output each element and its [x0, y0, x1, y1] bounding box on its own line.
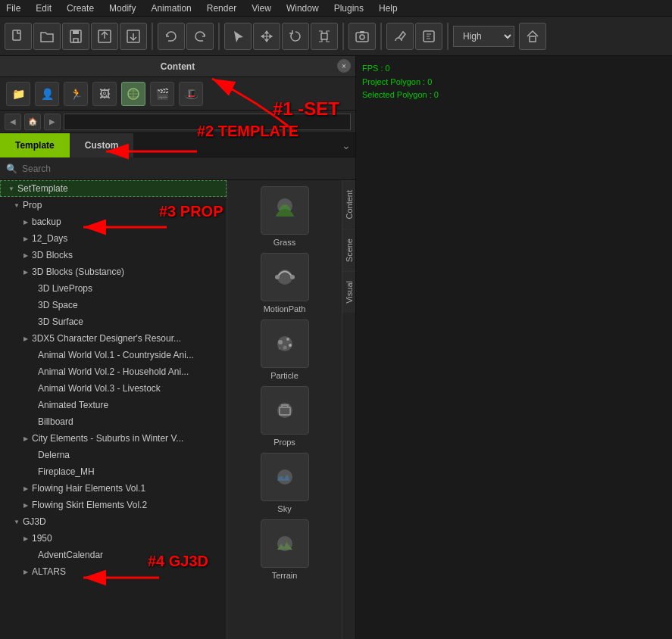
tree-item-flowing-hair[interactable]: ▶ Flowing Hair Elements Vol.1	[0, 480, 227, 497]
tree-item-prop[interactable]: ▼ Prop	[0, 197, 227, 214]
tab-custom[interactable]: Custom	[70, 133, 134, 157]
tree-arrow-9: ▶	[21, 334, 30, 343]
tree-item-animal3[interactable]: Animal World Vol.3 - Livestock	[0, 380, 227, 397]
content-header: Content ×	[0, 56, 355, 77]
scale-button[interactable]	[311, 23, 338, 50]
tree-item-animal1[interactable]: Animal World Vol.1 - Countryside Ani...	[0, 347, 227, 363]
tree-item-12days[interactable]: ▶ 12_Days	[0, 230, 227, 247]
props-label: Props	[273, 438, 295, 447]
grid-item-sky[interactable]: Sky	[261, 453, 309, 513]
grid-item-props[interactable]: Props	[261, 386, 309, 447]
selected-label: Selected Polygon : 0	[362, 89, 439, 102]
import-button[interactable]	[120, 23, 147, 50]
tree-label-2: backup	[32, 217, 61, 227]
tree-item-3dliveprops[interactable]: 3D LiveProps	[0, 280, 227, 297]
menu-plugins[interactable]: Plugins	[331, 2, 367, 15]
content-image-btn[interactable]: 🖼	[92, 82, 117, 106]
redo-button[interactable]	[186, 23, 214, 50]
tab-expand-icon[interactable]: ⌄	[342, 139, 351, 151]
tree-arrow-6	[27, 284, 36, 293]
menu-window[interactable]: Window	[283, 2, 322, 15]
menu-create[interactable]: Create	[64, 2, 97, 15]
menu-view[interactable]: View	[248, 2, 274, 15]
tree-item-flowing-skirt[interactable]: ▶ Flowing Skirt Elements Vol.2	[0, 497, 227, 513]
nav-forward-button[interactable]: ▶	[44, 114, 61, 130]
separator-5	[447, 23, 449, 50]
tree-item-fireplace[interactable]: Fireplace_MH	[0, 463, 227, 480]
undo-button[interactable]	[158, 23, 185, 50]
menu-animation[interactable]: Animation	[148, 2, 194, 15]
tree-item-animated-texture[interactable]: Animated Texture	[0, 397, 227, 413]
polygon-label: Project Polygon : 0	[362, 76, 439, 89]
rotate-button[interactable]	[282, 23, 309, 50]
tree-arrow-15: ▶	[21, 434, 30, 443]
content-folder-btn[interactable]: 📁	[6, 82, 30, 106]
menu-file[interactable]: File	[3, 2, 23, 15]
tree-item-delerna[interactable]: Delerna	[0, 447, 227, 463]
search-input[interactable]	[22, 164, 349, 174]
content-person-btn[interactable]: 👤	[35, 82, 59, 106]
tree-label-22: AdventCalendar	[38, 550, 103, 560]
tree-item-3dblocks[interactable]: ▶ 3D Blocks	[0, 247, 227, 263]
tree-item-gj3d[interactable]: ▼ GJ3D	[0, 513, 227, 530]
grid-item-terrain[interactable]: Terrain	[261, 519, 309, 580]
tree-arrow-17	[27, 467, 36, 476]
menu-render[interactable]: Render	[204, 2, 239, 15]
move-button[interactable]	[253, 23, 280, 50]
tree-prop-label: Prop	[23, 200, 42, 210]
tree-item-advent[interactable]: AdventCalendar	[0, 547, 227, 563]
content-movie-btn[interactable]: 🎬	[150, 82, 174, 106]
tree-label-7: 3D Space	[38, 300, 78, 310]
camera-button[interactable]	[349, 23, 376, 50]
tree-label-12: Animal World Vol.3 - Livestock	[38, 383, 161, 394]
tab-scene[interactable]: Scene	[342, 229, 355, 271]
tree-item-animal2[interactable]: Animal World Vol.2 - Household Ani...	[0, 363, 227, 380]
home-button[interactable]	[519, 23, 546, 50]
tree-gj3d-arrow: ▼	[12, 517, 21, 526]
tree-root-label: SetTemplate	[17, 183, 68, 194]
grid-item-motionpath[interactable]: MotionPath	[261, 253, 309, 313]
export-button[interactable]	[91, 23, 118, 50]
tab-visual[interactable]: Visual	[342, 271, 355, 313]
menu-modify[interactable]: Modify	[106, 2, 139, 15]
right-tabs: Content Scene Visual	[342, 180, 355, 639]
tree-label-3: 12_Days	[32, 233, 67, 244]
select-button[interactable]	[224, 23, 252, 50]
tree-root-arrow: ▼	[7, 184, 16, 193]
grid-item-grass[interactable]: Grass	[261, 186, 309, 247]
tree-root[interactable]: ▼ SetTemplate	[0, 180, 227, 197]
tree-arrow-18: ▶	[21, 484, 30, 493]
nav-back-button[interactable]: ◀	[5, 114, 21, 130]
tree-arrow-16	[27, 450, 36, 460]
tree-arrow-7	[27, 301, 36, 310]
tree-item-3dblocks-sub[interactable]: ▶ 3D Blocks (Substance)	[0, 263, 227, 280]
menu-help[interactable]: Help	[376, 2, 401, 15]
new-button[interactable]	[5, 23, 32, 50]
tree-item-3dsurface[interactable]: 3D Surface	[0, 313, 227, 330]
tree-arrow-13	[27, 401, 36, 410]
open-button[interactable]	[33, 23, 61, 50]
tree-item-city[interactable]: ▶ City Elements - Suburbs in Winter V...	[0, 430, 227, 447]
nav-home-button[interactable]: 🏠	[24, 114, 41, 130]
tree-item-1950[interactable]: ▶ 1950	[0, 530, 227, 547]
tree-item-altars[interactable]: ▶ ALTARS	[0, 563, 227, 580]
tree-item-3dx5[interactable]: ▶ 3DX5 Character Designer's Resour...	[0, 330, 227, 347]
tab-template[interactable]: Template	[0, 133, 70, 157]
tree-prop-arrow: ▼	[12, 201, 21, 210]
tree-item-3dspace[interactable]: 3D Space	[0, 297, 227, 313]
separator-3	[342, 23, 344, 50]
tree-panel: ▼ SetTemplate ▼ Prop ▶ backup ▶ 12_Days	[0, 180, 227, 639]
tree-item-backup[interactable]: ▶ backup	[0, 214, 227, 230]
content-figure-btn[interactable]: 🏃	[64, 82, 88, 106]
tree-item-billboard[interactable]: Billboard	[0, 413, 227, 430]
content-scene-btn[interactable]	[121, 82, 145, 106]
grid-item-particle[interactable]: Particle	[261, 320, 309, 380]
save-button[interactable]	[62, 23, 89, 50]
content-hat-btn[interactable]: 🎩	[179, 82, 203, 106]
paint-button[interactable]	[386, 23, 414, 50]
render-settings-button[interactable]	[415, 23, 442, 50]
quality-select[interactable]: Low Medium High Ultra	[453, 26, 514, 47]
tab-content[interactable]: Content	[342, 180, 355, 229]
menu-edit[interactable]: Edit	[33, 2, 55, 15]
content-close-button[interactable]: ×	[337, 59, 351, 73]
